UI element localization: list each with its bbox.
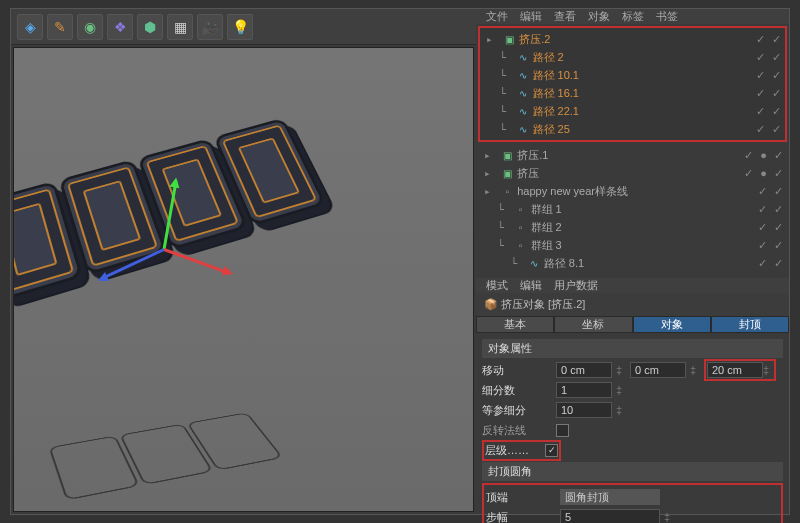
hierarchy-row[interactable]: ▸ ▣挤压✓ ● ✓ [480,164,785,182]
menu-view[interactable]: 查看 [554,9,576,24]
tab-cap[interactable]: 封顶 [711,316,789,333]
section-cap-rounding: 封顶圆角 [482,462,783,481]
section-object-props: 对象属性 [482,339,783,358]
spline-wireframe [46,411,287,504]
hierarchy-row[interactable]: └ ∿路径 2✓ ✓ [482,48,783,66]
subdiv-field[interactable]: 1 [556,382,612,398]
hierarchy-highlighted-group: ▸ ▣挤压.2✓ ✓ └ ∿路径 2✓ ✓ └ ∿路径 10.1✓ ✓ └ ∿路… [478,26,787,142]
perspective-viewport[interactable] [13,47,474,512]
nurbs-icon[interactable]: ◉ [77,14,103,40]
hierarchy-rest: ▸ ▣挤压.1✓ ● ✓▸ ▣挤压✓ ● ✓▸ ▫happy new year样… [476,144,789,274]
object-manager-menubar: 文件 编辑 查看 对象 标签 书签 [476,9,789,24]
flip-label: 反转法线 [482,423,552,438]
hierarchy-row[interactable]: ▸ ▣挤压.1✓ ● ✓ [480,146,785,164]
hierarchy-row[interactable]: └ ∿路径 10.1✓ ✓ [482,66,783,84]
menu-mode[interactable]: 模式 [486,278,508,293]
subdiv-label: 细分数 [482,383,552,398]
menu-edit[interactable]: 编辑 [520,9,542,24]
tab-basic[interactable]: 基本 [476,316,554,333]
menu-edit2[interactable]: 编辑 [520,278,542,293]
camera-icon[interactable]: 🎥 [197,14,223,40]
move-z-field[interactable]: 20 cm [707,362,763,378]
hierarchy-row[interactable]: └ ∿路径 25✓ ✓ [482,120,783,138]
light-icon[interactable]: 💡 [227,14,253,40]
attribute-tabs: 基本 坐标 对象 封顶 [476,316,789,333]
axis-x-icon[interactable] [163,248,230,275]
cap-start-dropdown[interactable]: 圆角封顶 [560,489,660,505]
step1-field[interactable]: 5 [560,509,660,523]
deformer-icon[interactable]: ⬢ [137,14,163,40]
hierarchy-row[interactable]: └ ∿路径 22.1✓ ✓ [482,102,783,120]
step1-label: 步幅 [486,510,556,524]
flip-checkbox[interactable] [556,424,569,437]
attribute-title: 📦 挤压对象 [挤压.2] [476,293,789,316]
tab-object[interactable]: 对象 [633,316,711,333]
extrude-icon: 📦 [484,298,498,310]
hierarchy-row[interactable]: └ ▫群组 2✓ ✓ [480,218,785,236]
hierarchy-row[interactable]: ▸ ▣挤压.2✓ ✓ [482,30,783,48]
menu-userdata[interactable]: 用户数据 [554,278,598,293]
move-y-field[interactable]: 0 cm [630,362,686,378]
iso-label: 等参细分 [482,403,552,418]
menu-object[interactable]: 对象 [588,9,610,24]
iso-field[interactable]: 10 [556,402,612,418]
cube-primitive-icon[interactable]: ◈ [17,14,43,40]
menu-bookmark[interactable]: 书签 [656,9,678,24]
move-x-field[interactable]: 0 cm [556,362,612,378]
properties-panel: 对象属性 移动 0 cm‡ 0 cm‡ 20 cm‡ 细分数 1‡ 等参细分 1… [476,333,789,523]
menu-file[interactable]: 文件 [486,9,508,24]
hierarchy-row[interactable]: └ ▫群组 3✓ ✓ [480,236,785,254]
menu-tag[interactable]: 标签 [622,9,644,24]
generator-icon[interactable]: ❖ [107,14,133,40]
cap-start-label: 顶端 [486,490,556,505]
attribute-object-name: 挤压对象 [挤压.2] [501,298,585,310]
pen-tool-icon[interactable]: ✎ [47,14,73,40]
hierarchy-row[interactable]: ▸ ▫happy new year样条线✓ ✓ [480,182,785,200]
hierarchy-row[interactable]: └ ∿路径 16.1✓ ✓ [482,84,783,102]
attribute-menubar: 模式 编辑 用户数据 [476,278,789,293]
hierarchy-row[interactable]: └ ∿路径 8.1✓ ✓ [480,254,785,272]
hierarchy-label: 层级…… [485,443,545,458]
environment-icon[interactable]: ▦ [167,14,193,40]
hierarchy-checkbox[interactable]: ✓ [545,444,558,457]
primitive-toolbar: ◈ ✎ ◉ ❖ ⬢ ▦ 🎥 💡 [11,9,476,45]
move-label: 移动 [482,363,552,378]
tab-coord[interactable]: 坐标 [554,316,632,333]
hierarchy-row[interactable]: └ ▫群组 1✓ ✓ [480,200,785,218]
